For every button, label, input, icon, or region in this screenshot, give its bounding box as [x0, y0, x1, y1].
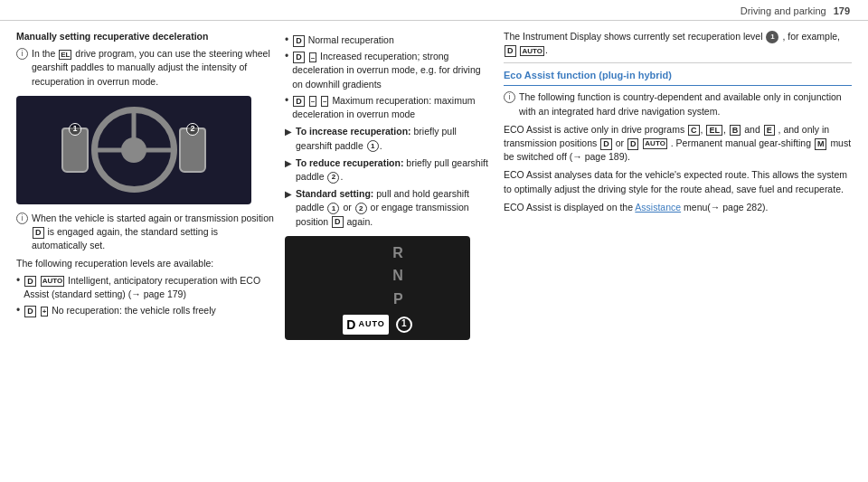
eco-analyses-text: ECO Assist analyses data for the vehicle… [504, 168, 852, 195]
recu-level-badge: 1 [766, 31, 778, 43]
eco-title: Eco Assist function (plug-in hybrid) [504, 69, 852, 86]
steering-num-2: 2 [186, 123, 199, 136]
steering-wheel-image: 1 2 [16, 96, 251, 204]
badge-D-inline: D [33, 227, 44, 239]
bullet-list-mid: • D Normal recuperation • D – Increased … [285, 33, 493, 121]
left-column: Manually setting recuperative decelerati… [16, 30, 274, 468]
arrow-item-2: ▶ To reduce recuperation: briefly pull g… [285, 156, 493, 184]
eco-displayed-text: ECO Assist is displayed on the Assistanc… [504, 201, 852, 214]
arrow-text-3: Standard setting: pull and hold gearshif… [296, 187, 493, 229]
info-block-1: i In the EL drive program, you can use t… [16, 47, 274, 89]
bullet-mid-text-1: D Normal recuperation [292, 33, 394, 47]
page-header: Driving and parking 179 [0, 0, 868, 21]
arrow-icon-2: ▶ [285, 157, 292, 171]
bullet-mid-3: • D – – Maximum recuperation: maximum de… [285, 94, 493, 121]
eco-active-text: ECO Assist is active only in drive progr… [504, 123, 852, 165]
bullet-mid-2: • D – Increased recuperation; strong dec… [285, 50, 493, 91]
arrow-text-2: To reduce recuperation: briefly pull gea… [296, 156, 493, 184]
info-icon-1: i [16, 48, 28, 60]
badge-AUTO-right: AUTO [520, 46, 544, 57]
bullet-mid-text-3: D – – Maximum recuperation: maximum dece… [292, 94, 493, 121]
right-column: The Instrument Display shows currently s… [504, 30, 852, 468]
info-block-2: i When the vehicle is started again or t… [16, 212, 274, 253]
badge-EL: EL [59, 50, 71, 61]
badge-EL-r: EL [706, 125, 722, 137]
following-text: The following recuperation levels are av… [16, 257, 274, 270]
eco-info-icon: i [504, 91, 515, 103]
assistance-link[interactable]: Assistance [635, 202, 681, 213]
circle-num-3: 1 [327, 203, 339, 214]
header-title: Driving and parking [741, 5, 826, 16]
info-icon-2: i [16, 213, 28, 224]
dashboard-image: R N P D AUTO 1 [285, 236, 470, 340]
info-line2: When the vehicle is started again or tra… [32, 213, 274, 223]
steering-num-1: 1 [69, 123, 81, 136]
badge-M: M [815, 138, 827, 150]
info-text-1: In the EL drive program, you can use the… [32, 47, 274, 89]
section-title: Manually setting recuperative decelerati… [16, 30, 274, 43]
arrow-item-1: ▶ To increase recuperation: briefly pull… [285, 125, 493, 152]
instrument-display-text: The Instrument Display shows currently s… [504, 30, 852, 57]
bullet-list-left: • D AUTO Intelligent, anticipatory recup… [16, 274, 274, 318]
dash-gear-letters: R N P [343, 241, 411, 311]
dash-dauto-row: D AUTO 1 [343, 315, 411, 335]
eco-info-block-1: i The following function is country-depe… [504, 90, 852, 118]
circle-num-4: 2 [355, 203, 367, 214]
bullet-mid-1: • D Normal recuperation [285, 33, 493, 47]
arrow-icon-3: ▶ [285, 188, 292, 202]
arrow-icon-1: ▶ [285, 126, 292, 139]
badge-C: C [688, 125, 700, 137]
info-line2b: is engaged again, the standard setting i… [32, 226, 218, 250]
circle-num-2: 2 [327, 172, 339, 184]
badge-AUTO2: AUTO [643, 138, 667, 149]
bullet-mid-text-2: D – Increased recuperation; strong decel… [292, 50, 493, 91]
dash-dauto-badge: D AUTO [343, 315, 388, 335]
dash-display: R N P D AUTO 1 [343, 241, 411, 335]
bullet-item-2: • D + No recuperation: the vehicle rolls… [16, 304, 274, 317]
bullet-text-1: D AUTO Intelligent, anticipatory recuper… [24, 274, 274, 301]
circle-num-1: 1 [367, 140, 379, 152]
info-text-2: When the vehicle is started again or tra… [32, 212, 274, 253]
bullet-text-2: D + No recuperation: the vehicle rolls f… [24, 304, 216, 317]
mid-column: • D Normal recuperation • D – Increased … [285, 30, 493, 468]
eco-info-text-1: The following function is country-depend… [519, 90, 852, 118]
page-content: Manually setting recuperative decelerati… [0, 21, 868, 476]
page-container: Driving and parking 179 Manually setting… [0, 0, 868, 482]
arrow-item-3: ▶ Standard setting: pull and hold gearsh… [285, 187, 493, 229]
arrow-text-1: To increase recuperation: briefly pull g… [296, 125, 493, 152]
info-line1: In the [32, 48, 55, 59]
badge-D-right: D [505, 45, 516, 57]
divider [504, 62, 852, 63]
badge-D-auto2: D [627, 138, 639, 150]
badge-D2: D [600, 138, 612, 150]
badge-E: E [764, 125, 775, 137]
dash-circle-num: 1 [396, 317, 412, 333]
page-number: 179 [834, 5, 850, 16]
badge-B: B [730, 125, 741, 137]
bullet-item-1: • D AUTO Intelligent, anticipatory recup… [16, 274, 274, 301]
